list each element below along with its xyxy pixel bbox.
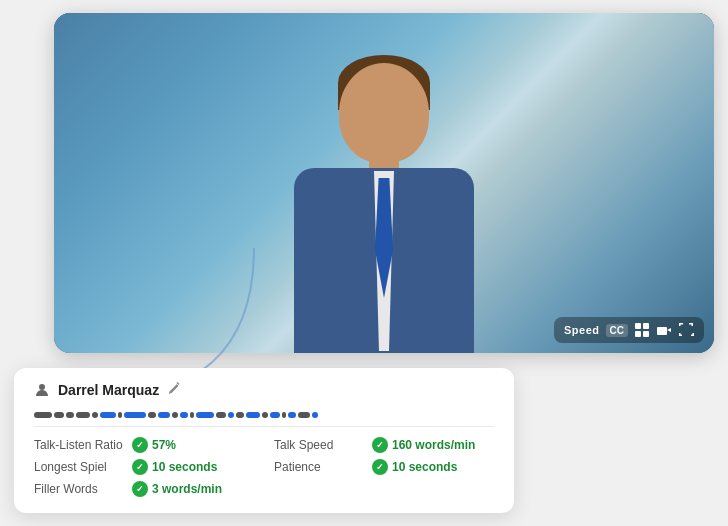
check-icon: ✓ bbox=[132, 481, 148, 497]
edit-icon[interactable] bbox=[167, 382, 180, 398]
timeline-segment bbox=[196, 412, 214, 418]
video-background bbox=[54, 13, 714, 353]
metric-text: 3 words/min bbox=[152, 482, 222, 496]
user-name: Darrel Marquaz bbox=[58, 382, 159, 398]
timeline-segment bbox=[158, 412, 170, 418]
timeline-segment bbox=[180, 412, 188, 418]
timeline-segment bbox=[288, 412, 296, 418]
timeline-segment bbox=[262, 412, 268, 418]
expand-button[interactable] bbox=[678, 322, 694, 338]
metric-label: Talk-Listen Ratio bbox=[34, 438, 124, 452]
svg-rect-1 bbox=[643, 323, 649, 329]
timeline-segment bbox=[270, 412, 280, 418]
expand-icon bbox=[678, 322, 694, 338]
metric-label: Filler Words bbox=[34, 482, 124, 496]
metric-row: Filler Words✓3 words/min bbox=[34, 481, 254, 497]
timeline-segment bbox=[190, 412, 194, 418]
metric-row: Longest Spiel✓10 seconds bbox=[34, 459, 254, 475]
check-icon: ✓ bbox=[132, 437, 148, 453]
camera-button[interactable] bbox=[656, 322, 672, 338]
grid-icon bbox=[634, 322, 650, 338]
person-icon bbox=[34, 382, 50, 398]
timeline-segment bbox=[312, 412, 318, 418]
metric-row: Talk Speed✓160 words/min bbox=[274, 437, 494, 453]
speed-button[interactable]: Speed bbox=[564, 324, 600, 336]
check-icon: ✓ bbox=[372, 459, 388, 475]
metric-value: ✓10 seconds bbox=[372, 459, 457, 475]
svg-rect-0 bbox=[635, 323, 641, 329]
svg-rect-2 bbox=[635, 331, 641, 337]
timeline-segment bbox=[148, 412, 156, 418]
card-header: Darrel Marquaz bbox=[34, 382, 494, 398]
metric-label: Talk Speed bbox=[274, 438, 364, 452]
timeline-segment bbox=[246, 412, 260, 418]
metric-text: 10 seconds bbox=[152, 460, 217, 474]
timeline-segment bbox=[34, 412, 52, 418]
timeline-segment bbox=[282, 412, 286, 418]
timeline-segment bbox=[236, 412, 244, 418]
timeline-segment bbox=[54, 412, 64, 418]
person-head bbox=[339, 63, 429, 163]
metric-label: Longest Spiel bbox=[34, 460, 124, 474]
timeline-segment bbox=[216, 412, 226, 418]
timeline-segment bbox=[118, 412, 122, 418]
metric-text: 10 seconds bbox=[392, 460, 457, 474]
svg-rect-3 bbox=[643, 331, 649, 337]
timeline-segment bbox=[124, 412, 146, 418]
pencil-icon bbox=[167, 382, 180, 395]
timeline-segment bbox=[66, 412, 74, 418]
timeline-segment bbox=[228, 412, 234, 418]
check-icon: ✓ bbox=[132, 459, 148, 475]
timeline-segment bbox=[298, 412, 310, 418]
person-figure bbox=[234, 33, 534, 353]
metric-row: Patience✓10 seconds bbox=[274, 459, 494, 475]
timeline-segment bbox=[172, 412, 178, 418]
cc-button[interactable]: CC bbox=[606, 324, 628, 337]
metric-value: ✓160 words/min bbox=[372, 437, 475, 453]
metrics-grid: Talk-Listen Ratio✓57%Talk Speed✓160 word… bbox=[34, 437, 494, 497]
layout-button[interactable] bbox=[634, 322, 650, 338]
timeline-segment bbox=[76, 412, 90, 418]
main-container: Speed CC bbox=[14, 13, 714, 513]
timeline-segment bbox=[92, 412, 98, 418]
timeline-segment bbox=[100, 412, 116, 418]
metric-text: 160 words/min bbox=[392, 438, 475, 452]
metric-row: Talk-Listen Ratio✓57% bbox=[34, 437, 254, 453]
divider bbox=[34, 426, 494, 427]
video-toolbar: Speed CC bbox=[554, 317, 704, 343]
metric-text: 57% bbox=[152, 438, 176, 452]
metric-value: ✓10 seconds bbox=[132, 459, 217, 475]
metric-label: Patience bbox=[274, 460, 364, 474]
metric-value: ✓57% bbox=[132, 437, 176, 453]
video-card: Speed CC bbox=[54, 13, 714, 353]
camera-icon bbox=[656, 322, 672, 338]
metric-value: ✓3 words/min bbox=[132, 481, 222, 497]
check-icon: ✓ bbox=[372, 437, 388, 453]
timeline-bar bbox=[34, 408, 494, 422]
svg-point-4 bbox=[39, 384, 45, 390]
info-card: Darrel Marquaz Talk-Listen Ratio✓57%Talk… bbox=[14, 368, 514, 513]
